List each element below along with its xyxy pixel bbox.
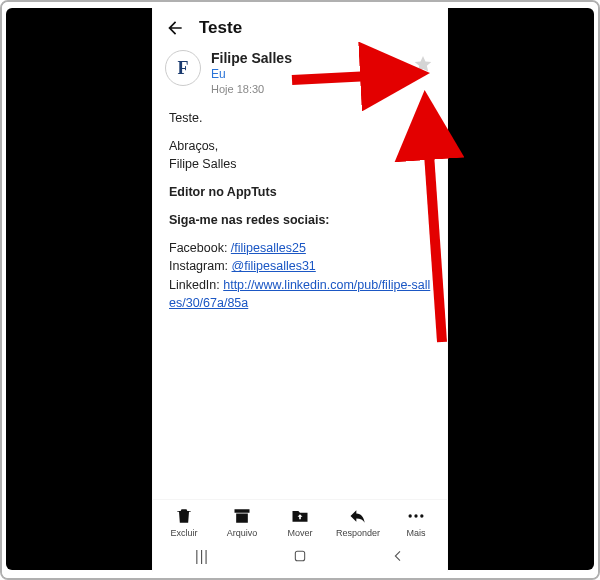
svg-point-1	[414, 514, 417, 517]
folder-move-icon	[290, 506, 310, 526]
body-greeting: Teste.	[169, 109, 431, 127]
more-button[interactable]: Mais	[387, 506, 445, 538]
nav-recents[interactable]: |||	[182, 549, 222, 563]
facebook-label: Facebook:	[169, 241, 231, 255]
body-role: Editor no AppTuts	[169, 183, 431, 201]
facebook-link[interactable]: /filipesalles25	[231, 241, 306, 255]
nav-home[interactable]	[280, 548, 320, 564]
instagram-label: Instagram:	[169, 259, 232, 273]
svg-rect-3	[295, 551, 304, 560]
facebook-line: Facebook: /filipesalles25	[169, 239, 431, 257]
email-subject: Teste	[199, 18, 242, 38]
reply-icon	[348, 506, 368, 526]
body-signoff1: Abraços,	[169, 137, 431, 155]
back-arrow-icon[interactable]	[165, 18, 185, 38]
sender-to: Eu	[211, 67, 411, 83]
header-bar: Teste	[153, 8, 447, 44]
svg-point-0	[409, 514, 412, 517]
trash-icon	[174, 506, 194, 526]
archive-icon	[232, 506, 252, 526]
move-button[interactable]: Mover	[271, 506, 329, 538]
more-label: Mais	[406, 528, 425, 538]
sender-name: Filipe Salles	[211, 50, 411, 67]
nav-back[interactable]	[378, 548, 418, 564]
avatar-letter: F	[178, 58, 189, 79]
star-button[interactable]	[411, 52, 435, 76]
system-nav-bar: |||	[153, 540, 447, 572]
body-signoff2: Filipe Salles	[169, 155, 431, 173]
instagram-link[interactable]: @filipesalles31	[232, 259, 316, 273]
linkedin-line: LinkedIn: http://www.linkedin.com/pub/fi…	[169, 276, 431, 312]
action-bar: Excluir Arquivo Mover Responder Mais	[153, 499, 447, 540]
frame: Teste F Filipe Salles Eu Hoje 18:30 Test…	[2, 2, 598, 578]
avatar[interactable]: F	[165, 50, 201, 86]
move-label: Mover	[287, 528, 312, 538]
sender-row: F Filipe Salles Eu Hoje 18:30	[153, 44, 447, 105]
archive-label: Arquivo	[227, 528, 258, 538]
left-matte	[6, 8, 152, 570]
more-icon	[406, 506, 426, 526]
email-body: Teste. Abraços, Filipe Salles Editor no …	[153, 105, 447, 499]
delete-button[interactable]: Excluir	[155, 506, 213, 538]
reply-button[interactable]: Responder	[329, 506, 387, 538]
linkedin-label: LinkedIn:	[169, 278, 223, 292]
sender-info[interactable]: Filipe Salles Eu Hoje 18:30	[211, 50, 411, 97]
svg-point-2	[420, 514, 423, 517]
instagram-line: Instagram: @filipesalles31	[169, 257, 431, 275]
sender-time: Hoje 18:30	[211, 82, 411, 96]
body-social-heading: Siga-me nas redes sociais:	[169, 211, 431, 229]
right-matte	[448, 8, 594, 570]
reply-label: Responder	[336, 528, 380, 538]
archive-button[interactable]: Arquivo	[213, 506, 271, 538]
phone-screen: Teste F Filipe Salles Eu Hoje 18:30 Test…	[152, 8, 448, 572]
star-icon	[413, 54, 433, 74]
delete-label: Excluir	[170, 528, 197, 538]
